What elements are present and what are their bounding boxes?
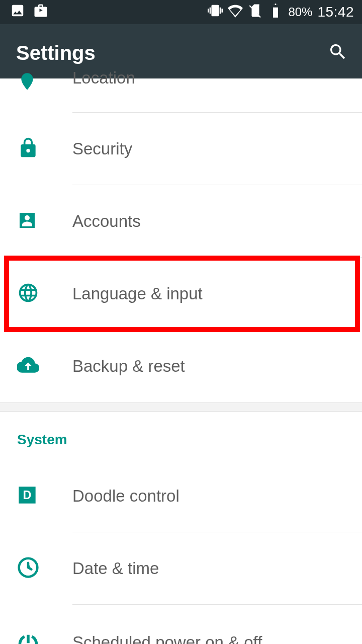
settings-item-label: Date & time — [72, 559, 159, 578]
power-icon — [17, 633, 39, 644]
globe-icon — [17, 282, 39, 306]
battery-icon — [268, 3, 283, 22]
settings-list: Location Security Accounts — [0, 78, 362, 644]
settings-item-label: Doodle control — [72, 487, 179, 506]
clock-icon — [17, 556, 39, 581]
section-header-system: System — [0, 412, 362, 460]
picture-icon — [10, 3, 25, 22]
no-sim-icon — [248, 3, 263, 22]
svg-rect-1 — [273, 5, 278, 7]
section-divider — [0, 403, 362, 412]
settings-item-date-time[interactable]: Date & time — [0, 532, 362, 605]
svg-text:D: D — [23, 489, 32, 502]
settings-item-scheduled-power[interactable]: Scheduled power on & off — [0, 605, 362, 644]
vibrate-icon — [208, 3, 223, 22]
settings-item-label: Location — [72, 68, 135, 88]
location-icon — [17, 71, 37, 94]
wifi-icon — [228, 3, 243, 22]
svg-rect-0 — [273, 7, 278, 17]
search-icon[interactable] — [328, 42, 348, 64]
settings-item-doodle[interactable]: D Doodle control — [0, 460, 362, 532]
doodle-icon: D — [17, 485, 37, 507]
lock-icon — [17, 137, 39, 161]
account-icon — [17, 210, 37, 232]
settings-item-accounts[interactable]: Accounts — [0, 185, 362, 258]
status-clock: 15:42 — [317, 4, 354, 20]
status-bar: 80% 15:42 — [0, 0, 362, 24]
cloud-upload-icon — [17, 354, 39, 378]
battery-percent: 80% — [288, 5, 312, 19]
settings-item-label: Backup & reset — [72, 357, 185, 376]
page-title: Settings — [16, 42, 96, 64]
settings-item-label: Language & input — [72, 284, 203, 303]
settings-item-language-input[interactable]: Language & input — [0, 258, 362, 330]
settings-item-label: Scheduled power on & off — [72, 633, 262, 644]
settings-item-location[interactable]: Location — [0, 78, 362, 113]
app-header: Settings — [0, 24, 362, 82]
settings-item-label: Security — [72, 139, 132, 158]
play-store-icon — [33, 3, 48, 22]
settings-item-backup-reset[interactable]: Backup & reset — [0, 330, 362, 403]
settings-item-security[interactable]: Security — [0, 113, 362, 185]
settings-item-label: Accounts — [72, 212, 141, 231]
